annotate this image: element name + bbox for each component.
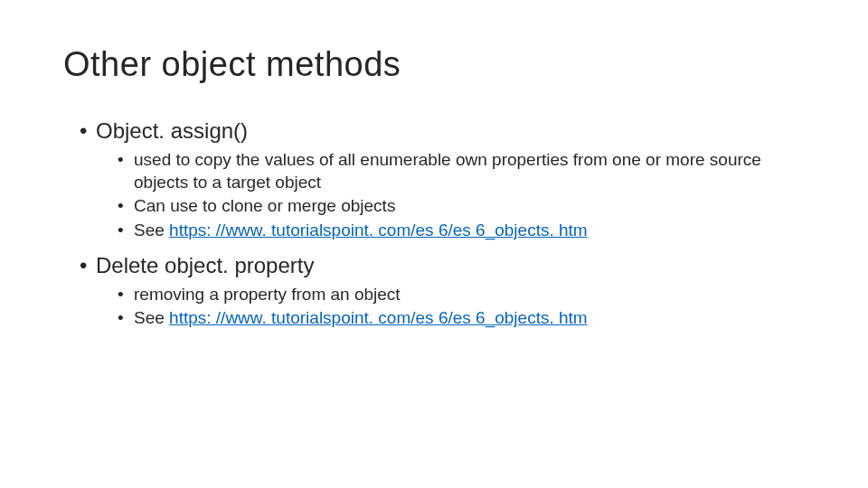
bullet-delete-property: Delete object. property	[80, 253, 805, 278]
bullet-assign-see-link: See https: //www. tutorialspoint. com/es…	[118, 220, 805, 242]
bullet-assign-clone-merge: Can use to clone or merge objects	[118, 195, 805, 218]
bullet-delete-see-link: See https: //www. tutorialspoint. com/es…	[118, 307, 805, 330]
link-tutorialspoint-delete[interactable]: https: //www. tutorialspoint. com/es 6/e…	[169, 308, 588, 327]
see-prefix: See	[134, 308, 169, 327]
see-prefix: See	[134, 221, 169, 239]
bullet-delete-description: removing a property from an object	[118, 284, 805, 306]
bullet-assign-description: used to copy the values of all enumerabl…	[118, 149, 805, 193]
slide-title: Other object methods	[63, 45, 805, 84]
link-tutorialspoint-assign[interactable]: https: //www. tutorialspoint. com/es 6/e…	[169, 221, 588, 239]
bullet-object-assign: Object. assign()	[80, 118, 805, 144]
